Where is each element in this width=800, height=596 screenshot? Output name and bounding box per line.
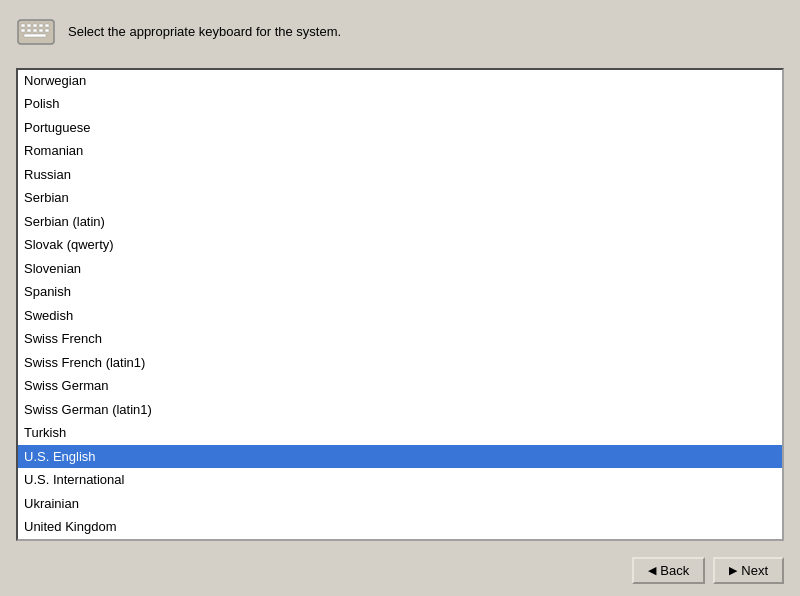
list-item[interactable]: Norwegian (18, 70, 782, 92)
list-item[interactable]: Serbian (latin) (18, 210, 782, 234)
svg-rect-6 (21, 29, 25, 32)
next-icon: ▶ (729, 564, 737, 577)
svg-rect-2 (27, 24, 31, 27)
svg-rect-3 (33, 24, 37, 27)
next-button[interactable]: ▶ Next (713, 557, 784, 584)
list-item[interactable]: Swedish (18, 304, 782, 328)
list-item[interactable]: Russian (18, 163, 782, 187)
list-item[interactable]: Swiss German (18, 374, 782, 398)
list-item[interactable]: Portuguese (18, 116, 782, 140)
list-item[interactable]: Spanish (18, 280, 782, 304)
header: Select the appropriate keyboard for the … (0, 0, 800, 64)
svg-rect-11 (24, 34, 46, 37)
list-item[interactable]: Swiss German (latin1) (18, 398, 782, 422)
back-label: Back (660, 563, 689, 578)
list-item[interactable]: Swiss French (latin1) (18, 351, 782, 375)
keyboard-list[interactable]: ItalianItalian (IBM)Italian (it2)Japanes… (18, 70, 782, 539)
next-label: Next (741, 563, 768, 578)
list-item[interactable]: U.S. International (18, 468, 782, 492)
back-button[interactable]: ◀ Back (632, 557, 705, 584)
header-text: Select the appropriate keyboard for the … (68, 23, 341, 41)
list-item[interactable]: United Kingdom (18, 515, 782, 539)
list-item[interactable]: U.S. English (18, 445, 782, 469)
list-item[interactable]: Serbian (18, 186, 782, 210)
list-item[interactable]: Slovak (qwerty) (18, 233, 782, 257)
svg-rect-10 (45, 29, 49, 32)
svg-rect-9 (39, 29, 43, 32)
svg-rect-5 (45, 24, 49, 27)
list-item[interactable]: Ukrainian (18, 492, 782, 516)
main-content: ItalianItalian (IBM)Italian (it2)Japanes… (0, 64, 800, 549)
list-item[interactable]: Turkish (18, 421, 782, 445)
list-container: ItalianItalian (IBM)Italian (it2)Japanes… (16, 68, 784, 541)
list-item[interactable]: Polish (18, 92, 782, 116)
svg-rect-4 (39, 24, 43, 27)
svg-rect-7 (27, 29, 31, 32)
svg-rect-8 (33, 29, 37, 32)
list-item[interactable]: Swiss French (18, 327, 782, 351)
list-item[interactable]: Slovenian (18, 257, 782, 281)
list-item[interactable]: Romanian (18, 139, 782, 163)
footer: ◀ Back ▶ Next (0, 549, 800, 596)
keyboard-icon (16, 12, 56, 52)
back-icon: ◀ (648, 564, 656, 577)
svg-rect-1 (21, 24, 25, 27)
